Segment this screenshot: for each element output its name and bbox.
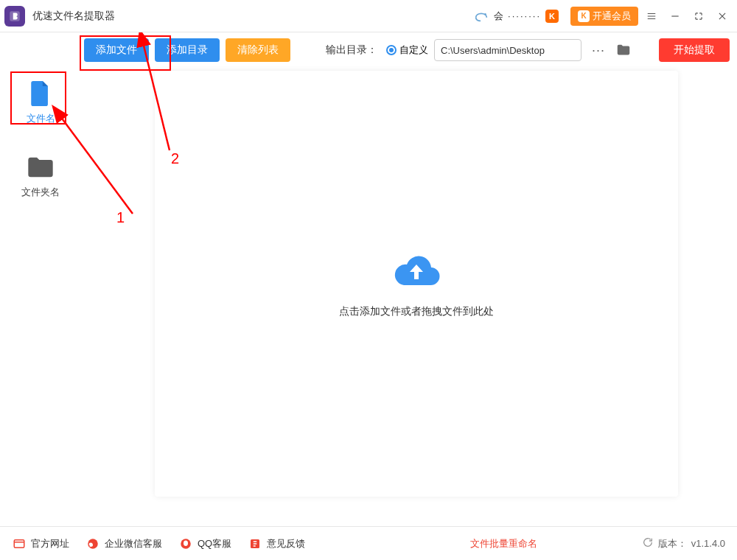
refresh-icon: [642, 536, 654, 550]
sidebar-item-foldername[interactable]: 文件夹名: [14, 149, 67, 203]
batch-rename-link[interactable]: 文件批量重命名: [470, 537, 537, 550]
sidebar-item-label: 文件名: [27, 112, 55, 125]
version-number: v1.1.4.0: [691, 538, 725, 549]
vip-icon: K: [578, 10, 590, 22]
close-button[interactable]: [712, 6, 733, 27]
output-path-input[interactable]: [434, 39, 581, 61]
title-bar: 优速文件名提取器 会 ········ K K 开通会员: [0, 0, 737, 32]
add-directory-button[interactable]: 添加目录: [155, 38, 220, 62]
qq-support-link[interactable]: QQ客服: [178, 536, 231, 551]
sidebar: 文件名 文件夹名: [0, 68, 81, 526]
radio-label: 自定义: [399, 43, 428, 57]
svg-point-7: [184, 540, 188, 546]
qq-icon: [178, 536, 193, 551]
link-label: QQ客服: [198, 537, 231, 550]
open-vip-button[interactable]: K 开通会员: [570, 7, 638, 26]
app-title: 优速文件名提取器: [32, 10, 115, 23]
wecom-support-link[interactable]: 企业微信客服: [85, 536, 162, 551]
browse-more-button[interactable]: ···: [587, 43, 609, 57]
feedback-link[interactable]: 意见反馈: [248, 536, 305, 551]
feedback-icon: [248, 536, 262, 551]
start-extract-button[interactable]: 开始提取: [659, 38, 730, 62]
cloud-upload-icon: [391, 250, 442, 292]
link-label: 企业微信客服: [105, 537, 162, 550]
user-avatar-icon: [473, 8, 489, 24]
radio-checked-icon: [386, 45, 397, 55]
output-dir-label: 输出目录：: [326, 43, 377, 57]
toolbar: 添加文件 添加目录 清除列表 输出目录： 自定义 ··· 开始提取: [0, 32, 737, 68]
account-prefix: 会: [494, 10, 503, 23]
file-dropzone[interactable]: 点击添加文件或者拖拽文件到此处: [155, 71, 678, 497]
add-file-button[interactable]: 添加文件: [84, 38, 149, 62]
site-icon: [12, 536, 27, 551]
vip-badge-icon: K: [545, 10, 559, 23]
file-icon: [24, 80, 57, 108]
svg-point-1: [484, 13, 486, 15]
content-area: 点击添加文件或者拖拽文件到此处: [81, 68, 737, 526]
version-label: 版本：: [658, 537, 687, 550]
vip-label: 开通会员: [593, 10, 631, 23]
account-area[interactable]: 会 ········ K: [473, 8, 559, 24]
dropzone-hint: 点击添加文件或者拖拽文件到此处: [339, 305, 494, 318]
footer: 官方网址 企业微信客服 QQ客服 意见反馈 文件批量重命名 版本： v1.1.4…: [0, 526, 737, 560]
main-body: 文件名 文件夹名 点击添加文件或者拖拽文件到此处 1 2: [0, 68, 737, 526]
link-label: 官方网址: [31, 537, 69, 550]
app-logo-icon: [4, 6, 25, 27]
maximize-button[interactable]: [688, 6, 709, 27]
menu-button[interactable]: [641, 6, 662, 27]
clear-list-button[interactable]: 清除列表: [226, 38, 290, 62]
wecom-icon: [85, 536, 100, 551]
open-folder-button[interactable]: [615, 42, 632, 58]
official-site-link[interactable]: 官方网址: [12, 536, 69, 551]
minimize-button[interactable]: [665, 6, 685, 27]
sidebar-item-filename[interactable]: 文件名: [14, 75, 67, 130]
version-info[interactable]: 版本： v1.1.4.0: [642, 536, 725, 550]
sidebar-item-label: 文件夹名: [21, 186, 60, 199]
output-custom-radio[interactable]: 自定义: [386, 43, 428, 57]
account-masked: ········: [508, 10, 541, 21]
link-label: 意见反馈: [267, 537, 305, 550]
folder-icon: [24, 153, 57, 181]
svg-rect-4: [14, 539, 24, 547]
